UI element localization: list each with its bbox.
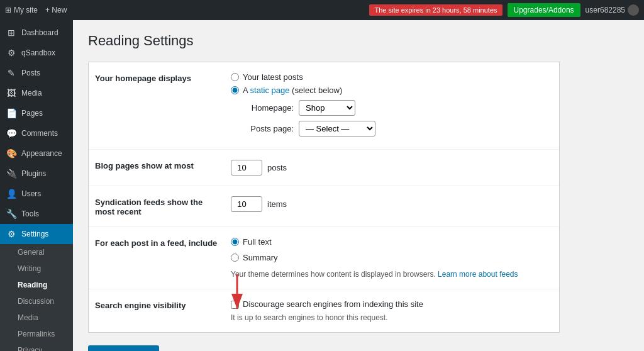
radio-summary-label: Summary xyxy=(243,253,278,262)
radio-summary: Summary xyxy=(231,253,553,262)
admin-bar: ⊞ My site + New The site expires in 23 h… xyxy=(0,0,644,20)
submenu-item-general[interactable]: General xyxy=(0,244,73,260)
main-content: Reading Settings Your homepage displays … xyxy=(73,20,644,351)
homepage-select-row: Homepage: Shop Home Blog About xyxy=(243,100,553,116)
search-visibility-checkbox[interactable] xyxy=(231,301,239,309)
sidebar-label-posts: Posts xyxy=(21,69,40,77)
feed-post-label: For each post in a feed, include xyxy=(95,237,221,248)
syndication-feeds-input[interactable] xyxy=(231,196,262,212)
sidebar-item-users[interactable]: 👤 Users xyxy=(0,184,73,204)
sidebar-label-media: Media xyxy=(21,89,42,98)
users-icon: 👤 xyxy=(6,189,16,199)
search-visibility-control: Discourage search engines from indexing … xyxy=(231,299,553,322)
qsandbox-icon: ⚙ xyxy=(6,48,16,58)
admin-bar-left: ⊞ My site + New xyxy=(5,6,362,14)
homepage-select-label: Homepage: xyxy=(243,103,294,113)
page-title: Reading Settings xyxy=(88,33,629,49)
blog-pages-row: Blog pages show at most posts xyxy=(89,150,559,186)
posts-icon: ✎ xyxy=(6,68,16,78)
save-changes-button[interactable]: Save Changes xyxy=(88,345,159,351)
settings-table: Your homepage displays Your latest posts… xyxy=(88,62,560,333)
sidebar: ⊞ Dashboard ⚙ qSandbox ✎ Posts 🖼 Media 📄… xyxy=(0,20,73,351)
homepage-select[interactable]: Shop Home Blog About xyxy=(299,100,355,116)
syndication-feeds-label: Syndication feeds show the most recent xyxy=(95,196,221,216)
my-site-link[interactable]: ⊞ My site xyxy=(5,6,38,14)
radio-static-page-input[interactable] xyxy=(231,86,239,94)
radio-latest-posts-label: Your latest posts xyxy=(243,72,303,82)
wp-logo-icon: ⊞ xyxy=(5,6,11,14)
blog-pages-input[interactable] xyxy=(231,160,262,176)
user-avatar-icon xyxy=(628,4,639,16)
sidebar-item-media[interactable]: 🖼 Media xyxy=(0,83,73,103)
pages-icon: 📄 xyxy=(6,108,16,118)
syndication-feeds-suffix: items xyxy=(267,199,287,209)
radio-full-text-input[interactable] xyxy=(231,238,239,246)
posts-page-select-label: Posts page: xyxy=(243,124,294,133)
static-page-link[interactable]: static page xyxy=(250,86,290,95)
admin-bar-right: The site expires in 23 hours, 58 minutes… xyxy=(369,3,639,17)
sidebar-label-appearance: Appearance xyxy=(21,149,62,158)
blog-pages-number-group: posts xyxy=(231,160,553,176)
radio-latest-posts-input[interactable] xyxy=(231,73,239,81)
settings-icon: ⚙ xyxy=(6,229,16,239)
plugins-icon: 🔌 xyxy=(6,169,16,179)
sidebar-label-dashboard: Dashboard xyxy=(21,28,58,37)
blog-pages-control: posts xyxy=(231,160,553,176)
sidebar-label-users: Users xyxy=(21,189,41,198)
dashboard-icon: ⊞ xyxy=(6,28,16,38)
submenu-item-privacy[interactable]: Privacy xyxy=(0,342,73,351)
syndication-feeds-control: items xyxy=(231,196,553,212)
site-expires-badge: The site expires in 23 hours, 58 minutes xyxy=(369,4,502,16)
syndication-number-group: items xyxy=(231,196,553,212)
new-content-link[interactable]: + New xyxy=(45,6,67,14)
sidebar-item-appearance[interactable]: 🎨 Appearance xyxy=(0,143,73,164)
radio-static-page: A static page (select below) xyxy=(231,86,553,95)
radio-summary-input[interactable] xyxy=(231,254,239,262)
posts-page-select-row: Posts page: — Select — Blog News Posts xyxy=(243,121,553,136)
media-icon: 🖼 xyxy=(6,88,16,98)
blog-pages-suffix: posts xyxy=(267,163,287,172)
sidebar-label-plugins: Plugins xyxy=(21,169,46,178)
sidebar-label-qsandbox: qSandbox xyxy=(21,48,55,57)
submenu-item-writing[interactable]: Writing xyxy=(0,260,73,277)
search-visibility-checkbox-container: Discourage search engines from indexing … xyxy=(231,299,423,309)
sidebar-label-settings: Settings xyxy=(21,230,48,238)
sidebar-item-dashboard[interactable]: ⊞ Dashboard xyxy=(0,23,73,43)
homepage-displays-control: Your latest posts A static page (select … xyxy=(231,72,553,139)
learn-more-feeds-link[interactable]: Learn more about feeds xyxy=(438,270,518,279)
sidebar-item-tools[interactable]: 🔧 Tools xyxy=(0,204,73,224)
feed-radio-group: Full text Summary xyxy=(231,237,553,266)
search-visibility-checkbox-group: Discourage search engines from indexing … xyxy=(231,299,423,309)
radio-latest-posts: Your latest posts xyxy=(231,72,553,82)
syndication-feeds-row: Syndication feeds show the most recent i… xyxy=(89,186,559,227)
tools-icon: 🔧 xyxy=(6,209,16,219)
submenu-item-media-settings[interactable]: Media xyxy=(0,309,73,326)
sidebar-label-tools: Tools xyxy=(21,209,39,218)
blog-pages-label: Blog pages show at most xyxy=(95,160,221,170)
user-badge: user682285 xyxy=(586,4,639,16)
sidebar-item-plugins[interactable]: 🔌 Plugins xyxy=(0,164,73,184)
submenu-item-reading[interactable]: Reading xyxy=(0,277,73,293)
save-changes-container: Save Changes xyxy=(88,343,629,351)
feed-post-control: Full text Summary Your theme determines … xyxy=(231,237,553,279)
submenu-item-permalinks[interactable]: Permalinks xyxy=(0,326,73,342)
sidebar-item-posts[interactable]: ✎ Posts xyxy=(0,63,73,83)
sidebar-item-qsandbox[interactable]: ⚙ qSandbox xyxy=(0,43,73,63)
upgrades-button[interactable]: Upgrades/Addons xyxy=(508,3,580,17)
submenu-item-discussion[interactable]: Discussion xyxy=(0,293,73,309)
radio-static-page-label: A static page (select below) xyxy=(243,86,342,95)
sidebar-label-comments: Comments xyxy=(21,129,58,138)
search-visibility-label: Search engine visibility xyxy=(95,299,221,310)
search-visibility-row: Search engine visibility Discourage sear… xyxy=(89,289,559,332)
sidebar-item-comments[interactable]: 💬 Comments xyxy=(0,123,73,143)
posts-page-select[interactable]: — Select — Blog News Posts xyxy=(299,121,375,136)
layout: ⊞ Dashboard ⚙ qSandbox ✎ Posts 🖼 Media 📄… xyxy=(0,20,644,351)
search-visibility-checkbox-label: Discourage search engines from indexing … xyxy=(243,299,423,309)
radio-full-text-label: Full text xyxy=(243,237,272,247)
sidebar-label-pages: Pages xyxy=(21,109,43,118)
homepage-displays-row: Your homepage displays Your latest posts… xyxy=(89,62,559,150)
homepage-displays-label: Your homepage displays xyxy=(95,72,221,83)
sidebar-item-settings[interactable]: ⚙ Settings xyxy=(0,224,73,244)
sidebar-item-pages[interactable]: 📄 Pages xyxy=(0,103,73,123)
feed-post-row: For each post in a feed, include Full te… xyxy=(89,227,559,289)
